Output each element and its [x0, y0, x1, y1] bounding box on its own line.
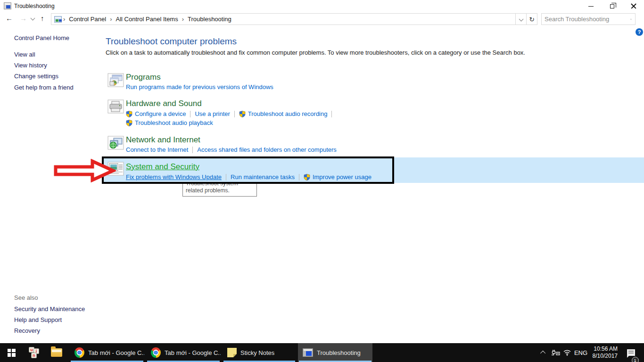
troubleshooting-icon — [303, 348, 313, 357]
see-also-label: See also — [14, 294, 38, 301]
close-button[interactable] — [623, 0, 644, 12]
task-link[interactable]: Fix problems with Windows Update — [126, 173, 222, 181]
uac-shield-icon — [126, 120, 132, 126]
minimize-icon — [588, 6, 594, 7]
uac-shield-icon — [239, 111, 246, 117]
recent-pages-dropdown[interactable] — [31, 16, 35, 21]
breadcrumb-separator-icon: › — [181, 16, 185, 23]
close-icon — [631, 3, 636, 9]
action-center-icon: 1 — [627, 349, 635, 356]
divider — [331, 111, 332, 117]
taskbar-app-chrome-1[interactable]: Tab mới - Google C... — [70, 343, 144, 362]
taskbar-app-sticky-notes[interactable]: Sticky Notes — [223, 343, 296, 362]
search-box — [541, 13, 636, 25]
category-programs[interactable]: Programs — [126, 73, 161, 82]
divider — [226, 174, 226, 181]
tray-show-hidden-icons[interactable] — [537, 343, 550, 362]
wifi-icon — [563, 349, 571, 356]
unikey-icon: uin — [28, 347, 40, 358]
category-system-and-security[interactable]: System and Security — [126, 162, 199, 172]
start-button[interactable] — [0, 343, 23, 362]
language-indicator: ENG — [574, 349, 587, 356]
power-plug-icon — [551, 349, 560, 356]
category-network-and-internet[interactable]: Network and Internet — [126, 135, 200, 145]
tray-clock-button[interactable]: 10:56 AM 8/10/2017 — [588, 343, 618, 362]
back-button[interactable]: ← — [6, 15, 13, 22]
sidebar-item-security-and-maintenance[interactable]: Security and Maintenance — [14, 305, 85, 313]
breadcrumb-separator-icon: › — [108, 16, 113, 23]
taskbar-app-label: Tab mới - Google C... — [165, 349, 221, 356]
restore-icon — [610, 4, 614, 8]
uac-shield-icon — [304, 174, 310, 181]
sidebar-item-change-settings[interactable]: Change settings — [14, 73, 58, 80]
divider — [192, 147, 193, 153]
search-input[interactable] — [542, 16, 630, 23]
task-link[interactable]: Run programs made for previous versions … — [126, 83, 273, 90]
system-links: Fix problems with Windows Update Run mai… — [126, 173, 372, 181]
search-icon — [630, 16, 632, 23]
taskbar-app-chrome-2[interactable]: Tab mới - Google C... — [146, 343, 221, 362]
navigation-bar: ← → ↑ › Control Panel › All Control Pane… — [0, 12, 644, 26]
folder-icon — [51, 348, 62, 357]
tray-power-button[interactable] — [549, 343, 562, 362]
task-link[interactable]: Improve power usage — [313, 173, 372, 181]
up-button[interactable]: ↑ — [41, 15, 44, 22]
forward-button[interactable]: → — [20, 15, 27, 22]
hardware-links-row2: Troubleshoot audio playback — [126, 119, 213, 126]
programs-links: Run programs made for previous versions … — [126, 83, 273, 90]
sidebar-item-recovery[interactable]: Recovery — [14, 327, 40, 334]
sidebar-item-help-and-support[interactable]: Help and Support — [14, 316, 62, 323]
uac-shield-icon — [126, 111, 132, 117]
tray-network-button[interactable] — [561, 343, 573, 362]
annotation-arrow-icon — [53, 159, 116, 182]
file-explorer-button[interactable] — [45, 343, 68, 362]
chevron-up-icon — [540, 351, 545, 356]
task-link[interactable]: Troubleshoot audio playback — [135, 119, 213, 126]
windows-logo-icon — [8, 349, 16, 357]
task-link[interactable]: Configure a device — [135, 110, 186, 117]
page-title: Troubleshoot computer problems — [106, 36, 237, 47]
taskbar-app-label: Sticky Notes — [240, 349, 274, 356]
task-link[interactable]: Access shared files and folders on other… — [197, 146, 337, 153]
help-button[interactable]: ? — [636, 28, 643, 36]
minimize-button[interactable] — [580, 0, 602, 12]
chrome-icon — [74, 347, 84, 358]
task-link[interactable]: Connect to the Internet — [126, 146, 188, 153]
taskbar-app-troubleshooting[interactable]: Troubleshooting — [298, 343, 372, 362]
category-hardware-and-sound[interactable]: Hardware and Sound — [126, 99, 202, 108]
task-link[interactable]: Run maintenance tasks — [231, 173, 295, 181]
breadcrumb-troubleshooting[interactable]: Troubleshooting — [185, 16, 234, 23]
refresh-icon: ↻ — [529, 16, 535, 23]
refresh-button[interactable]: ↻ — [527, 14, 537, 25]
app-window-icon — [4, 2, 11, 9]
programs-icon — [107, 73, 124, 87]
task-link[interactable]: Use a printer — [195, 110, 230, 117]
unikey-button[interactable]: uin — [23, 343, 45, 362]
sticky-notes-icon — [227, 348, 237, 357]
taskbar-app-label: Troubleshooting — [317, 349, 361, 356]
printer-icon — [107, 99, 124, 114]
taskbar-app-label: Tab mới - Google C... — [88, 349, 144, 356]
action-center-button[interactable]: 1 — [621, 343, 640, 362]
task-link[interactable]: Troubleshoot audio recording — [248, 110, 328, 117]
breadcrumb-all-items[interactable]: All Control Panel Items — [113, 16, 180, 23]
address-bar[interactable]: › Control Panel › All Control Panel Item… — [51, 13, 537, 25]
sidebar-item-control-panel-home[interactable]: Control Panel Home — [14, 34, 69, 41]
title-bar: Troubleshooting — [0, 0, 644, 12]
clock-date: 8/10/2017 — [593, 353, 618, 360]
sidebar-item-get-help[interactable]: Get help from a friend — [14, 84, 74, 91]
sidebar-item-view-history[interactable]: View history — [14, 62, 47, 69]
window-title: Troubleshooting — [14, 3, 55, 9]
network-icon — [107, 136, 124, 150]
restore-button[interactable] — [602, 0, 623, 12]
taskbar: uin Tab mới - Google C... Tab mới - Goog… — [0, 343, 644, 362]
sidebar-item-view-all[interactable]: View all — [14, 51, 35, 58]
clock-time: 10:56 AM — [594, 346, 618, 353]
control-panel-icon — [54, 16, 62, 23]
tray-language-button[interactable]: ENG — [572, 343, 589, 362]
page-description: Click on a task to automatically trouble… — [106, 49, 525, 56]
breadcrumb-control-panel[interactable]: Control Panel — [66, 16, 108, 23]
address-dropdown-button[interactable] — [516, 14, 526, 25]
breadcrumb-separator-icon: › — [62, 16, 66, 23]
divider — [190, 111, 190, 117]
